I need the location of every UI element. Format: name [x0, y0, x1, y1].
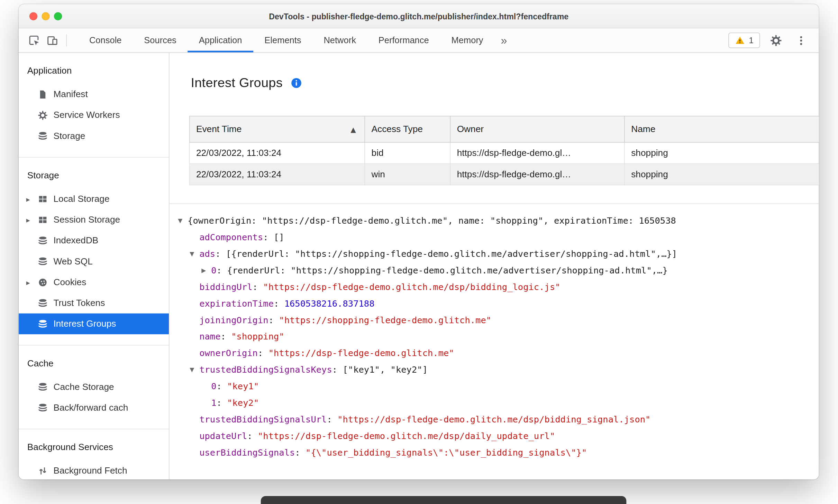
column-header-owner[interactable]: Owner	[450, 116, 625, 142]
sidebar-item-background-fetch[interactable]: Background Fetch	[19, 460, 169, 479]
property-value: "shopping"	[231, 328, 284, 345]
property-name: userBiddingSignals	[199, 444, 295, 461]
settings-button[interactable]	[767, 31, 785, 49]
sidebar-item-indexeddb[interactable]: IndexedDB	[19, 230, 169, 251]
tree-collapsed-icon[interactable]: ▶	[201, 262, 211, 279]
property-value: :	[268, 312, 279, 328]
tab-application[interactable]: Application	[188, 28, 253, 53]
tree-line[interactable]: 1: "key2"	[178, 394, 819, 411]
indent-spacer	[178, 303, 190, 304]
tree-line[interactable]: ▶0: {renderUrl: "https://shopping-fledge…	[178, 262, 819, 279]
sidebar-item-manifest[interactable]: Manifest	[19, 84, 169, 105]
tab-network[interactable]: Network	[312, 28, 367, 53]
tree-line[interactable]: joiningOrigin: "https://shopping-fledge-…	[178, 312, 819, 328]
cell-access-type: win	[365, 164, 450, 185]
fetch-icon	[37, 465, 53, 476]
tree-line[interactable]: userBiddingSignals: "{\"user_bidding_sig…	[178, 444, 819, 461]
zoom-button[interactable]	[54, 12, 62, 20]
sidebar-section-cache: CacheCache StorageBack/forward cach	[19, 345, 169, 429]
tree-line[interactable]: adComponents: []	[178, 229, 819, 246]
devtools-body: ApplicationManifestService WorkersStorag…	[19, 53, 819, 479]
sidebar-item-label: Trust Tokens	[53, 298, 105, 308]
tree-expanded-icon[interactable]: ▼	[178, 213, 188, 229]
tree-line[interactable]: updateUrl: "https://dsp-fledge-demo.glit…	[178, 428, 819, 444]
column-header-name[interactable]: Name	[625, 116, 819, 142]
sidebar-item-label: Back/forward cach	[53, 402, 128, 413]
property-value: :	[253, 279, 263, 295]
tab-sources[interactable]: Sources	[133, 28, 188, 53]
property-name: trustedBiddingSignalsKeys	[199, 362, 332, 378]
property-value: :	[221, 328, 231, 345]
sidebar-item-trust-tokens[interactable]: Trust Tokens	[19, 292, 169, 313]
expander-icon[interactable]: ▸	[26, 195, 37, 203]
sidebar-item-session-storage[interactable]: ▸Session Storage	[19, 209, 169, 230]
indent-spacer	[178, 403, 201, 403]
database-icon	[37, 298, 53, 308]
property-name: ads	[199, 246, 215, 262]
column-label: Event Time	[196, 124, 242, 134]
table-row[interactable]: 22/03/2022, 11:03:24winhttps://dsp-fledg…	[190, 164, 819, 185]
more-options-button[interactable]	[792, 31, 810, 49]
tree-line[interactable]: ownerOrigin: "https://dsp-fledge-demo.gl…	[178, 345, 819, 362]
column-header-event-time[interactable]: Event Time▲	[190, 116, 365, 142]
database-icon	[37, 131, 53, 141]
sort-ascending-icon: ▲	[350, 125, 356, 133]
tree-line[interactable]: biddingUrl: "https://dsp-fledge-demo.gli…	[178, 279, 819, 295]
column-label: Owner	[457, 124, 484, 134]
sidebar-item-web-sql[interactable]: Web SQL	[19, 251, 169, 272]
sidebar-item-storage[interactable]: Storage	[19, 125, 169, 146]
tab-elements[interactable]: Elements	[253, 28, 312, 53]
expander-icon[interactable]: ▸	[26, 215, 37, 224]
minimize-button[interactable]	[42, 12, 49, 20]
sidebar-item-label: Local Storage	[53, 194, 109, 204]
tree-line[interactable]: ▼{ownerOrigin: "https://dsp-fledge-demo.…	[178, 213, 819, 229]
sidebar-item-cache-storage[interactable]: Cache Storage	[19, 376, 169, 397]
table-row[interactable]: 22/03/2022, 11:03:24bidhttps://dsp-fledg…	[190, 142, 819, 164]
panel-tabs: ConsoleSourcesApplicationElementsNetwork…	[78, 28, 495, 53]
column-header-access-type[interactable]: Access Type	[365, 116, 450, 142]
close-button[interactable]	[29, 12, 37, 20]
sidebar-item-label: Cache Storage	[53, 382, 114, 392]
sidebar-item-service-workers[interactable]: Service Workers	[19, 105, 169, 125]
property-name: joiningOrigin	[199, 312, 268, 328]
interest-groups-table: Event Time▲Access TypeOwnerName 22/03/20…	[189, 116, 819, 185]
property-name: 0	[211, 378, 216, 395]
sidebar-item-cookies[interactable]: ▸Cookies	[19, 272, 169, 292]
tab-console[interactable]: Console	[78, 28, 133, 53]
cell-event-time: 22/03/2022, 11:03:24	[190, 164, 365, 185]
tree-line[interactable]: name: "shopping"	[178, 328, 819, 345]
expander-icon[interactable]: ▸	[26, 278, 37, 287]
tab-memory[interactable]: Memory	[440, 28, 494, 53]
indent-spacer	[178, 254, 190, 254]
property-value: :	[215, 246, 226, 262]
issues-badge[interactable]: 1	[729, 32, 760, 48]
indent-spacer	[178, 452, 190, 453]
property-value: :	[216, 262, 227, 279]
sidebar-item-back-forward-cach[interactable]: Back/forward cach	[19, 397, 169, 418]
property-value: :	[263, 229, 274, 246]
desktop-background: DevTools - publisher-fledge-demo.glitch.…	[0, 0, 838, 326]
inspect-element-button[interactable]	[25, 31, 44, 49]
traffic-lights	[29, 4, 62, 28]
more-panels-button[interactable]: »	[494, 34, 513, 47]
tree-line[interactable]: ▼trustedBiddingSignalsKeys: ["key1", "ke…	[178, 362, 819, 378]
property-name: name	[199, 328, 220, 345]
tab-performance[interactable]: Performance	[367, 28, 440, 53]
sidebar-item-interest-groups[interactable]: Interest Groups	[19, 314, 169, 334]
tree-expanded-icon[interactable]: ▼	[190, 362, 199, 378]
sidebar-item-label: Web SQL	[53, 256, 92, 267]
tree-expanded-icon[interactable]: ▼	[190, 246, 199, 262]
tree-line[interactable]: expirationTime: 1650538216.837188	[178, 295, 819, 312]
tree-line[interactable]: ▼ads: [{renderUrl: "https://shopping-fle…	[178, 246, 819, 262]
cell-owner: https://dsp-fledge-demo.gl…	[450, 164, 625, 185]
table-icon	[37, 194, 53, 204]
info-icon[interactable]	[291, 77, 302, 88]
indent-spacer	[178, 320, 190, 320]
column-label: Name	[631, 124, 655, 134]
sidebar-item-local-storage[interactable]: ▸Local Storage	[19, 188, 169, 209]
device-toolbar-button[interactable]	[43, 31, 62, 49]
tree-line[interactable]: trustedBiddingSignalsUrl: "https://dsp-f…	[178, 411, 819, 428]
devtools-toolbar: ConsoleSourcesApplicationElementsNetwork…	[19, 28, 819, 53]
sidebar-item-label: Cookies	[53, 277, 86, 288]
tree-line[interactable]: 0: "key1"	[178, 378, 819, 395]
